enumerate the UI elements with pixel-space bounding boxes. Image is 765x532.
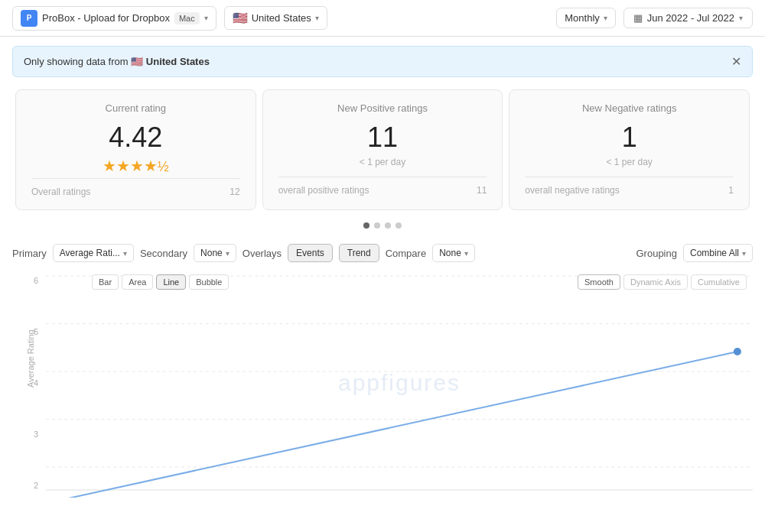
positive-footer-label: overall positive ratings bbox=[278, 185, 369, 196]
secondary-label: Secondary bbox=[140, 248, 187, 259]
positive-ratings-title: New Positive ratings bbox=[278, 102, 487, 114]
chart-controls: Primary Average Rati... ▾ Secondary None… bbox=[0, 238, 765, 268]
country-chevron-icon: ▾ bbox=[315, 14, 319, 22]
date-range-selector[interactable]: ▦ Jun 2022 - Jul 2022 ▾ bbox=[623, 8, 753, 28]
banner-close-button[interactable]: ✕ bbox=[731, 54, 741, 69]
banner-flag: 🇺🇸 bbox=[131, 56, 143, 67]
line-chart-button[interactable]: Line bbox=[156, 274, 186, 290]
banner-country: United States bbox=[146, 56, 210, 67]
pagination-dots bbox=[0, 222, 765, 229]
period-selector[interactable]: Monthly ▾ bbox=[556, 8, 616, 28]
chart-container: 6 5 4 3 2 Average Rating Bar Area Line B… bbox=[46, 268, 753, 498]
secondary-value: None bbox=[200, 248, 223, 258]
country-label: United States bbox=[252, 12, 311, 24]
current-rating-footer: Overall ratings 12 bbox=[31, 178, 240, 197]
overall-ratings-label: Overall ratings bbox=[31, 187, 90, 197]
dot-2[interactable] bbox=[374, 222, 380, 229]
compare-chevron-icon: ▾ bbox=[464, 249, 468, 258]
overall-ratings-value: 12 bbox=[230, 187, 239, 197]
chart-svg bbox=[46, 268, 753, 498]
chart-type-toolbar: Bar Area Line Bubble bbox=[92, 274, 229, 290]
country-flag: 🇺🇸 bbox=[233, 11, 248, 25]
app-logo-icon: P bbox=[21, 10, 37, 27]
negative-footer-label: overall negative ratings bbox=[525, 185, 619, 196]
current-rating-value: 4.42 bbox=[31, 122, 240, 154]
negative-ratings-footer: overall negative ratings 1 bbox=[525, 177, 734, 196]
y-axis-title: Average Rating bbox=[26, 329, 35, 388]
bar-chart-button[interactable]: Bar bbox=[92, 274, 119, 290]
positive-ratings-card: New Positive ratings 11 < 1 per day over… bbox=[262, 89, 503, 210]
chart-option-toolbar: Smooth Dynamic Axis Cumulative bbox=[578, 274, 747, 290]
events-button[interactable]: Events bbox=[288, 244, 333, 262]
app-selector[interactable]: P ProBox - Upload for Dropbox Mac ▾ bbox=[12, 6, 216, 31]
calendar-icon: ▦ bbox=[633, 12, 643, 24]
chart-endpoint bbox=[734, 348, 741, 355]
dynamic-axis-button[interactable]: Dynamic Axis bbox=[623, 274, 688, 290]
grouping-label: Grouping bbox=[636, 248, 676, 259]
positive-footer-value: 11 bbox=[477, 185, 487, 196]
app-name: ProBox - Upload for Dropbox bbox=[42, 12, 170, 24]
current-rating-stars: ★★★★½ bbox=[31, 157, 240, 175]
positive-ratings-footer: overall positive ratings 11 bbox=[278, 177, 487, 196]
period-chevron-icon: ▾ bbox=[604, 14, 607, 22]
date-range-chevron-icon: ▾ bbox=[739, 14, 743, 22]
banner-message: Only showing data from 🇺🇸 United States bbox=[24, 56, 210, 67]
current-rating-card: Current rating 4.42 ★★★★½ Overall rating… bbox=[15, 89, 256, 210]
bubble-chart-button[interactable]: Bubble bbox=[189, 274, 229, 290]
primary-value: Average Rati... bbox=[60, 248, 120, 258]
platform-badge: Mac bbox=[174, 12, 200, 24]
secondary-selector[interactable]: None ▾ bbox=[194, 244, 236, 262]
positive-ratings-sub: < 1 per day bbox=[278, 157, 487, 167]
stats-row: Current rating 4.42 ★★★★½ Overall rating… bbox=[12, 86, 753, 213]
y-label-2: 2 bbox=[8, 481, 38, 490]
grouping-value: Combine All bbox=[690, 248, 739, 258]
country-selector[interactable]: 🇺🇸 United States ▾ bbox=[224, 6, 327, 30]
compare-value: None bbox=[439, 248, 461, 258]
area-chart-button[interactable]: Area bbox=[122, 274, 153, 290]
date-range-label: Jun 2022 - Jul 2022 bbox=[647, 12, 734, 24]
app-chevron-icon: ▾ bbox=[204, 14, 208, 22]
y-label-3: 3 bbox=[8, 430, 38, 439]
header: P ProBox - Upload for Dropbox Mac ▾ 🇺🇸 U… bbox=[0, 0, 765, 37]
info-banner: Only showing data from 🇺🇸 United States … bbox=[12, 46, 753, 77]
dot-1[interactable] bbox=[363, 222, 369, 229]
banner-text: Only showing data from 🇺🇸 United States bbox=[24, 56, 210, 67]
grouping-selector[interactable]: Combine All ▾ bbox=[683, 244, 753, 262]
dot-3[interactable] bbox=[385, 222, 391, 229]
smooth-button[interactable]: Smooth bbox=[578, 274, 620, 290]
period-label: Monthly bbox=[565, 12, 600, 24]
grouping-chevron-icon: ▾ bbox=[742, 249, 746, 258]
positive-ratings-value: 11 bbox=[278, 122, 487, 154]
negative-ratings-card: New Negative ratings 1 < 1 per day overa… bbox=[509, 89, 750, 210]
primary-chevron-icon: ▾ bbox=[123, 249, 127, 258]
cumulative-button[interactable]: Cumulative bbox=[691, 274, 747, 290]
negative-ratings-value: 1 bbox=[525, 122, 734, 154]
primary-label: Primary bbox=[12, 248, 47, 259]
chart-line bbox=[61, 352, 737, 498]
negative-footer-value: 1 bbox=[728, 185, 734, 196]
primary-selector[interactable]: Average Rati... ▾ bbox=[53, 244, 134, 262]
compare-selector[interactable]: None ▾ bbox=[432, 244, 475, 262]
negative-ratings-title: New Negative ratings bbox=[525, 102, 734, 114]
current-rating-title: Current rating bbox=[31, 102, 240, 114]
y-label-6: 6 bbox=[8, 276, 38, 285]
dot-4[interactable] bbox=[396, 222, 402, 229]
overlays-label: Overlays bbox=[243, 248, 282, 259]
compare-label: Compare bbox=[386, 248, 426, 259]
trend-button[interactable]: Trend bbox=[339, 244, 379, 262]
negative-ratings-sub: < 1 per day bbox=[525, 157, 734, 167]
secondary-chevron-icon: ▾ bbox=[226, 249, 230, 258]
